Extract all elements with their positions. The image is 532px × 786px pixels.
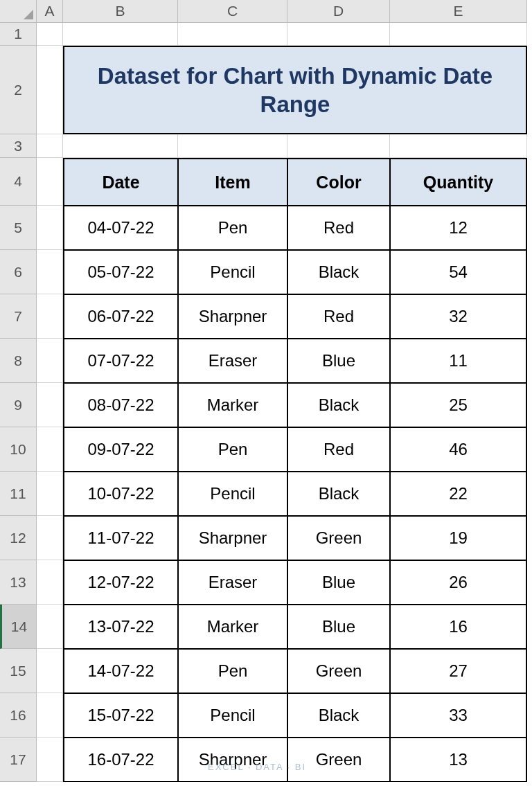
row-header[interactable]: 15 xyxy=(0,649,37,693)
cell-item[interactable]: Marker xyxy=(178,605,287,649)
cell-item[interactable]: Sharpner xyxy=(178,294,287,339)
cell-quantity[interactable]: 25 xyxy=(390,383,527,427)
row-header[interactable]: 14 xyxy=(0,605,37,649)
row-header[interactable]: 1 xyxy=(0,23,37,46)
cell[interactable] xyxy=(287,134,390,158)
cell-color[interactable]: Red xyxy=(287,206,390,250)
row-header[interactable]: 8 xyxy=(0,339,37,383)
cell-color[interactable]: Red xyxy=(287,427,390,472)
cell-quantity[interactable]: 12 xyxy=(390,206,527,250)
cell-date[interactable]: 07-07-22 xyxy=(63,339,178,383)
cell-color[interactable]: Green xyxy=(287,738,390,782)
cell-color[interactable]: Black xyxy=(287,383,390,427)
row-header[interactable]: 11 xyxy=(0,472,37,516)
cell-color[interactable]: Black xyxy=(287,472,390,516)
cell-item[interactable]: Pen xyxy=(178,649,287,693)
row-header[interactable]: 9 xyxy=(0,383,37,427)
cell[interactable] xyxy=(287,23,390,46)
cell-item[interactable]: Pen xyxy=(178,206,287,250)
row-header[interactable]: 5 xyxy=(0,206,37,250)
cell[interactable] xyxy=(37,206,63,250)
cell-quantity[interactable]: 26 xyxy=(390,560,527,605)
cell-item[interactable]: Sharpner xyxy=(178,738,287,782)
cell-color[interactable]: Blue xyxy=(287,339,390,383)
cell-date[interactable]: 08-07-22 xyxy=(63,383,178,427)
cell[interactable] xyxy=(37,158,63,206)
row-header[interactable]: 13 xyxy=(0,560,37,605)
cell[interactable] xyxy=(37,427,63,472)
cell-date[interactable]: 14-07-22 xyxy=(63,649,178,693)
col-header-c[interactable]: C xyxy=(178,0,287,23)
cell-item[interactable]: Pencil xyxy=(178,472,287,516)
table-header-color[interactable]: Color xyxy=(287,158,390,206)
cell-quantity[interactable]: 54 xyxy=(390,250,527,294)
cell-quantity[interactable]: 16 xyxy=(390,605,527,649)
cell-date[interactable]: 15-07-22 xyxy=(63,693,178,738)
cell-item[interactable]: Marker xyxy=(178,383,287,427)
cell[interactable] xyxy=(37,472,63,516)
cell[interactable] xyxy=(37,649,63,693)
cell-date[interactable]: 04-07-22 xyxy=(63,206,178,250)
cell-item[interactable]: Pencil xyxy=(178,250,287,294)
row-header[interactable]: 7 xyxy=(0,294,37,339)
cell[interactable] xyxy=(63,134,178,158)
table-header-item[interactable]: Item xyxy=(178,158,287,206)
cell[interactable] xyxy=(37,605,63,649)
cell[interactable] xyxy=(37,46,63,134)
cell-date[interactable]: 09-07-22 xyxy=(63,427,178,472)
cell-quantity[interactable]: 22 xyxy=(390,472,527,516)
cell[interactable] xyxy=(390,134,527,158)
row-header[interactable]: 3 xyxy=(0,134,37,158)
cell-date[interactable]: 10-07-22 xyxy=(63,472,178,516)
cell-item[interactable]: Pencil xyxy=(178,693,287,738)
cell-date[interactable]: 12-07-22 xyxy=(63,560,178,605)
spreadsheet-grid[interactable]: A B C D E 1 2 Dataset for Chart with Dyn… xyxy=(0,0,532,782)
cell[interactable] xyxy=(37,294,63,339)
cell-item[interactable]: Eraser xyxy=(178,560,287,605)
row-header[interactable]: 17 xyxy=(0,738,37,782)
cell[interactable] xyxy=(37,23,63,46)
cell-quantity[interactable]: 13 xyxy=(390,738,527,782)
cell[interactable] xyxy=(63,23,178,46)
cell-item[interactable]: Pen xyxy=(178,427,287,472)
cell-color[interactable]: Green xyxy=(287,649,390,693)
select-all-corner[interactable] xyxy=(0,0,37,23)
cell-date[interactable]: 05-07-22 xyxy=(63,250,178,294)
cell-color[interactable]: Black xyxy=(287,693,390,738)
cell[interactable] xyxy=(37,516,63,560)
table-header-quantity[interactable]: Quantity xyxy=(390,158,527,206)
cell-item[interactable]: Eraser xyxy=(178,339,287,383)
cell[interactable] xyxy=(37,560,63,605)
cell-color[interactable]: Blue xyxy=(287,560,390,605)
col-header-b[interactable]: B xyxy=(63,0,178,23)
col-header-d[interactable]: D xyxy=(287,0,390,23)
cell-quantity[interactable]: 33 xyxy=(390,693,527,738)
cell-quantity[interactable]: 11 xyxy=(390,339,527,383)
cell-date[interactable]: 11-07-22 xyxy=(63,516,178,560)
title-cell[interactable]: Dataset for Chart with Dynamic Date Rang… xyxy=(63,46,527,134)
cell[interactable] xyxy=(37,134,63,158)
cell[interactable] xyxy=(37,250,63,294)
cell-date[interactable]: 13-07-22 xyxy=(63,605,178,649)
cell[interactable] xyxy=(178,23,287,46)
cell-date[interactable]: 16-07-22 xyxy=(63,738,178,782)
row-header[interactable]: 12 xyxy=(0,516,37,560)
cell-color[interactable]: Black xyxy=(287,250,390,294)
row-header[interactable]: 4 xyxy=(0,158,37,206)
cell[interactable] xyxy=(37,383,63,427)
cell-color[interactable]: Blue xyxy=(287,605,390,649)
cell[interactable] xyxy=(37,339,63,383)
cell-quantity[interactable]: 32 xyxy=(390,294,527,339)
row-header[interactable]: 16 xyxy=(0,693,37,738)
cell[interactable] xyxy=(37,693,63,738)
row-header[interactable]: 2 xyxy=(0,46,37,134)
cell[interactable] xyxy=(390,23,527,46)
cell-quantity[interactable]: 19 xyxy=(390,516,527,560)
table-header-date[interactable]: Date xyxy=(63,158,178,206)
col-header-e[interactable]: E xyxy=(390,0,527,23)
row-header[interactable]: 10 xyxy=(0,427,37,472)
cell-color[interactable]: Green xyxy=(287,516,390,560)
cell-date[interactable]: 06-07-22 xyxy=(63,294,178,339)
cell-quantity[interactable]: 27 xyxy=(390,649,527,693)
cell-quantity[interactable]: 46 xyxy=(390,427,527,472)
